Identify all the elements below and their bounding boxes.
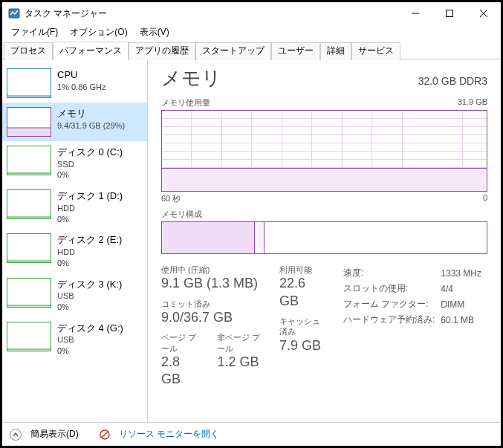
minimize-button[interactable] xyxy=(398,2,432,25)
sidebar-item-4[interactable]: ディスク 2 (E:)HDD0% xyxy=(2,229,147,273)
sidebar-item-line3: 0% xyxy=(57,258,144,269)
sidebar-item-line3: 0% xyxy=(57,302,144,313)
menu-view[interactable]: 表示(V) xyxy=(134,25,175,40)
content-area: CPU1% 0.86 GHzメモリ9.4/31.9 GB (29%)ディスク 0… xyxy=(2,59,501,422)
tab-bar: プロセス パフォーマンス アプリの履歴 スタートアップ ユーザー 詳細 サービス xyxy=(2,41,501,59)
tab-users[interactable]: ユーザー xyxy=(271,42,320,60)
stat-committed: コミット済み 9.0/36.7 GB xyxy=(161,299,262,327)
svg-rect-20 xyxy=(7,278,51,307)
perf-main: メモリ 32.0 GB DDR3 メモリ使用量 31.9 GB 60 秒 0 メ… xyxy=(148,59,501,422)
stat-paged-pool: ページ プール 2.8 GB xyxy=(161,332,199,388)
sidebar-item-6[interactable]: ディスク 4 (G:)USB0% xyxy=(2,317,147,361)
window-title: タスク マネージャー xyxy=(25,7,398,20)
chevron-up-icon[interactable] xyxy=(10,429,22,441)
memory-usage-graph[interactable] xyxy=(161,110,487,192)
sidebar-item-0[interactable]: CPU1% 0.86 GHz xyxy=(2,64,147,103)
sidebar-item-line3: 0% xyxy=(57,345,144,357)
sidebar-item-5[interactable]: ディスク 3 (K:)USB0% xyxy=(2,273,147,317)
svg-rect-9 xyxy=(7,128,51,136)
sidebar-item-title: ディスク 0 (C:) xyxy=(57,146,144,159)
menu-options[interactable]: オプション(O) xyxy=(64,25,133,40)
bottom-bar: 簡易表示(D) リソース モニターを開く xyxy=(2,422,501,446)
sidebar-item-line2: SSD xyxy=(57,159,144,170)
svg-rect-2 xyxy=(447,10,453,17)
svg-rect-11 xyxy=(7,146,51,175)
titlebar: タスク マネージャー xyxy=(2,2,501,25)
tab-startup[interactable]: スタートアップ xyxy=(195,42,271,60)
stat-in-use: 使用中 (圧縮) 9.1 GB (1.3 MB) xyxy=(161,264,262,293)
svg-rect-5 xyxy=(7,69,51,98)
taskmgr-icon xyxy=(8,7,20,19)
sidebar-thumb-icon xyxy=(7,107,51,137)
sidebar-item-2[interactable]: ディスク 0 (C:)SSD0% xyxy=(2,141,147,185)
menubar: ファイル(F) オプション(O) 表示(V) xyxy=(2,25,501,39)
sidebar-thumb-icon xyxy=(7,146,51,175)
sidebar-item-line2: USB xyxy=(57,334,144,345)
sidebar-item-3[interactable]: ディスク 1 (D:)HDD0% xyxy=(2,185,147,229)
composition-label: メモリ構成 xyxy=(161,209,202,220)
svg-rect-17 xyxy=(7,234,51,263)
axis-left: 60 秒 xyxy=(161,193,181,204)
sidebar-item-line2: 9.4/31.9 GB (29%) xyxy=(57,120,144,132)
sidebar-thumb-icon xyxy=(7,189,51,219)
memory-spec: 32.0 GB DDR3 xyxy=(418,75,487,87)
usage-max: 31.9 GB xyxy=(458,97,487,108)
menu-file[interactable]: ファイル(F) xyxy=(5,25,64,40)
maximize-button[interactable] xyxy=(432,2,467,25)
main-heading: メモリ xyxy=(161,65,221,91)
sidebar-thumb-icon xyxy=(7,322,51,351)
stat-available: 利用可能 22.6 GB xyxy=(279,264,324,310)
sidebar-item-title: メモリ xyxy=(57,107,144,120)
fewer-details-button[interactable]: 簡易表示(D) xyxy=(30,428,79,441)
sidebar-item-title: CPU xyxy=(57,68,144,82)
tab-details[interactable]: 詳細 xyxy=(320,42,351,60)
sidebar-item-title: ディスク 3 (K:) xyxy=(57,278,144,291)
tab-performance[interactable]: パフォーマンス xyxy=(53,42,129,59)
tab-services[interactable]: サービス xyxy=(351,42,400,60)
open-resource-monitor-link[interactable]: リソース モニターを開く xyxy=(119,428,219,441)
sidebar-item-1[interactable]: メモリ9.4/31.9 GB (29%) xyxy=(2,103,147,141)
tab-app-history[interactable]: アプリの履歴 xyxy=(129,42,195,60)
sidebar-thumb-icon xyxy=(7,233,51,263)
svg-line-27 xyxy=(102,432,108,438)
memory-composition-bar[interactable] xyxy=(161,221,487,254)
sidebar-item-title: ディスク 2 (E:) xyxy=(57,233,144,247)
axis-right: 0 xyxy=(483,193,487,204)
perf-sidebar[interactable]: CPU1% 0.86 GHzメモリ9.4/31.9 GB (29%)ディスク 0… xyxy=(2,59,148,422)
sidebar-item-line2: HDD xyxy=(57,247,144,258)
sidebar-item-line2: HDD xyxy=(57,203,144,214)
sidebar-thumb-icon xyxy=(7,278,51,308)
resource-monitor-icon xyxy=(100,429,110,440)
sidebar-item-line2: USB xyxy=(57,290,144,302)
sidebar-item-line3: 0% xyxy=(57,169,144,181)
sidebar-item-title: ディスク 4 (G:) xyxy=(57,322,144,335)
close-button[interactable] xyxy=(467,2,501,25)
sidebar-item-title: ディスク 1 (D:) xyxy=(57,189,144,203)
stat-cached: キャッシュ済み 7.9 GB xyxy=(279,316,324,354)
svg-rect-23 xyxy=(7,322,51,351)
memory-info-table: 速度:1333 MHz スロットの使用:4/4 フォーム ファクター:DIMM … xyxy=(342,264,487,328)
usage-label: メモリ使用量 xyxy=(161,97,210,108)
sidebar-item-line3: 0% xyxy=(57,214,144,225)
sidebar-item-line2: 1% 0.86 GHz xyxy=(57,82,144,93)
tab-processes[interactable]: プロセス xyxy=(4,42,53,60)
svg-rect-14 xyxy=(7,190,51,219)
stat-nonpaged-pool: 非ページ プール 1.2 GB xyxy=(217,332,262,388)
sidebar-thumb-icon xyxy=(7,68,51,98)
